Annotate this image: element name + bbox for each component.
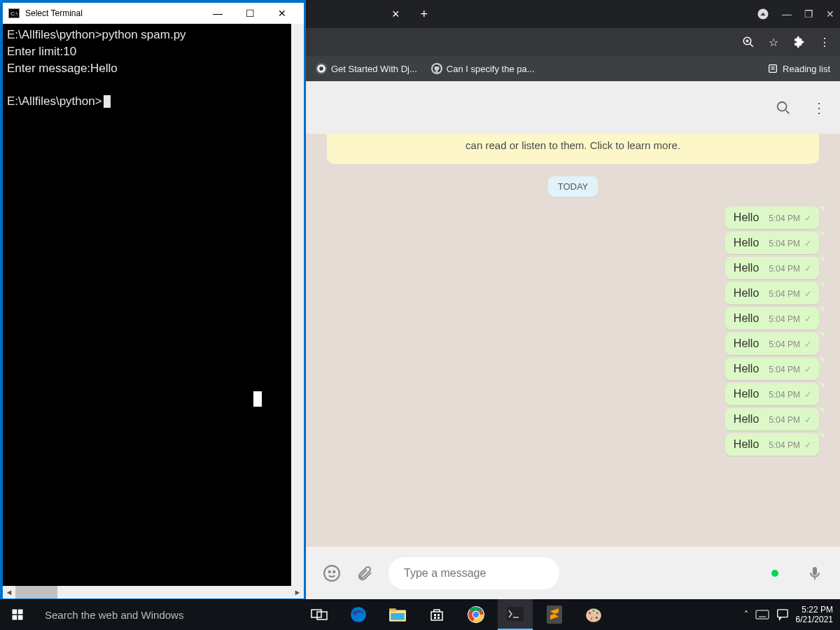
close-icon[interactable]: ✕	[266, 8, 298, 19]
taskbar-search[interactable]: Search the web and Windows	[35, 599, 284, 630]
scroll-thumb[interactable]	[15, 586, 57, 598]
taskbar-items	[302, 599, 611, 630]
message-out[interactable]: Hello5:04 PM✓	[725, 257, 819, 279]
mic-icon[interactable]	[806, 565, 823, 582]
minimize-icon[interactable]: —	[202, 8, 234, 19]
terminal-scrollbar-vertical[interactable]	[291, 24, 304, 586]
paint-taskbar-icon[interactable]	[576, 599, 611, 630]
bookmark-item[interactable]: Can I specify the pa...	[431, 63, 535, 74]
close-icon[interactable]: ✕	[826, 8, 834, 20]
emoji-icon[interactable]	[323, 564, 341, 582]
github-icon	[431, 63, 442, 74]
keyboard-tray-icon[interactable]	[755, 610, 769, 620]
svg-point-13	[324, 566, 340, 581]
scroll-right-icon[interactable]: ►	[291, 586, 304, 598]
terminal-cursor	[104, 95, 111, 108]
message-out[interactable]: Hello5:04 PM✓	[725, 383, 819, 405]
bookmark-item[interactable]: Get Started With Dj...	[316, 63, 417, 74]
extensions-icon[interactable]	[792, 36, 805, 48]
chat-input-bar	[306, 547, 840, 599]
browser-window-controls: — ❐ ✕	[757, 8, 834, 20]
svg-point-41	[596, 617, 598, 619]
message-out[interactable]: Hello5:04 PM✓	[725, 206, 819, 229]
message-text: Hello	[734, 312, 759, 325]
reading-list-label: Reading list	[783, 64, 830, 74]
terminal-output[interactable]: E:\Allfiles\python>python spam.py Enter …	[3, 24, 304, 586]
svg-point-39	[592, 610, 594, 612]
message-time: 5:04 PM	[769, 365, 800, 374]
svg-rect-28	[438, 614, 440, 616]
chrome-menu-icon[interactable]: ⋮	[819, 36, 830, 49]
taskbar: Search the web and Windows ˄	[0, 599, 840, 630]
check-icon: ✓	[804, 238, 812, 248]
zoom-icon[interactable]	[742, 36, 755, 48]
file-explorer-taskbar-icon[interactable]	[380, 599, 415, 630]
message-out[interactable]: Hello5:04 PM✓	[725, 332, 819, 355]
search-icon[interactable]	[776, 100, 791, 115]
svg-rect-35	[507, 607, 524, 621]
reading-list-button[interactable]: Reading list	[767, 63, 830, 74]
message-input[interactable]	[388, 557, 559, 589]
taskbar-clock[interactable]: 5:22 PM 6/21/2021	[796, 605, 833, 625]
terminal-title: Select Terminal	[25, 8, 83, 18]
maximize-icon[interactable]: ❐	[804, 8, 813, 20]
svg-rect-16	[813, 567, 817, 575]
svg-rect-18	[18, 610, 23, 615]
encryption-text: can read or listen to them. Click to lea…	[465, 139, 680, 151]
message-text: Hello	[734, 337, 759, 350]
svg-point-38	[589, 612, 591, 614]
start-button[interactable]	[0, 599, 35, 630]
message-time: 5:04 PM	[769, 440, 800, 450]
chrome-taskbar-icon[interactable]	[458, 599, 493, 630]
bookmark-star-icon[interactable]: ☆	[769, 36, 778, 49]
terminal-line: E:\Allfiles\python>	[7, 94, 102, 108]
task-view-button[interactable]	[302, 599, 337, 630]
check-icon: ✓	[804, 314, 812, 324]
message-out[interactable]: Hello5:04 PM✓	[725, 358, 819, 380]
sublime-taskbar-icon[interactable]	[537, 599, 572, 630]
check-icon: ✓	[804, 263, 812, 274]
minimize-icon[interactable]: —	[782, 8, 792, 20]
browser-tab-strip: × + — ❐ ✕	[306, 0, 840, 28]
menu-icon[interactable]: ⋮	[812, 99, 826, 116]
message-out[interactable]: Hello5:04 PM✓	[725, 433, 819, 456]
message-text: Hello	[734, 363, 759, 375]
message-out[interactable]: Hello5:04 PM✓	[725, 232, 819, 254]
check-icon: ✓	[804, 364, 812, 374]
action-center-icon[interactable]	[776, 608, 789, 621]
browser-window: × + — ❐ ✕ ☆ ⋮ Get Started With Dj...	[306, 0, 840, 599]
guest-icon[interactable]	[757, 8, 769, 20]
message-text: Hello	[734, 413, 759, 426]
message-input-wrap	[388, 557, 791, 589]
message-time: 5:04 PM	[769, 415, 800, 425]
store-taskbar-icon[interactable]	[419, 599, 454, 630]
edge-taskbar-icon[interactable]	[341, 599, 376, 630]
attach-icon[interactable]	[356, 565, 373, 582]
message-out[interactable]: Hello5:04 PM✓	[725, 282, 819, 304]
svg-rect-17	[13, 610, 18, 615]
message-out[interactable]: Hello5:04 PM✓	[725, 408, 819, 430]
close-tab-icon[interactable]: ×	[392, 7, 400, 22]
svg-rect-30	[438, 617, 440, 619]
terminal-taskbar-icon[interactable]	[498, 599, 533, 630]
terminal-titlebar[interactable]: C:\ Select Terminal — ☐ ✕	[3, 3, 304, 24]
message-time: 5:04 PM	[769, 264, 800, 274]
selection-block	[253, 391, 262, 407]
scroll-track[interactable]	[15, 586, 291, 598]
terminal-window: C:\ Select Terminal — ☐ ✕ E:\Allfiles\py…	[2, 2, 304, 599]
message-time: 5:04 PM	[769, 214, 800, 223]
new-tab-icon[interactable]: +	[421, 7, 428, 22]
message-out[interactable]: Hello5:04 PM✓	[725, 307, 819, 330]
message-time: 5:04 PM	[769, 390, 800, 400]
check-icon: ✓	[804, 213, 812, 223]
date-chip: TODAY	[548, 176, 598, 197]
maximize-icon[interactable]: ☐	[234, 8, 266, 19]
encryption-notice[interactable]: can read or listen to them. Click to lea…	[327, 134, 819, 164]
svg-point-11	[778, 102, 787, 111]
tray-overflow-icon[interactable]: ˄	[744, 610, 748, 620]
scroll-left-icon[interactable]: ◄	[3, 586, 15, 598]
message-text: Hello	[734, 262, 759, 274]
message-text: Hello	[734, 287, 759, 300]
bookmarks-bar: Get Started With Dj... Can I specify the…	[306, 56, 840, 81]
terminal-scrollbar-horizontal[interactable]: ◄ ►	[3, 586, 304, 598]
